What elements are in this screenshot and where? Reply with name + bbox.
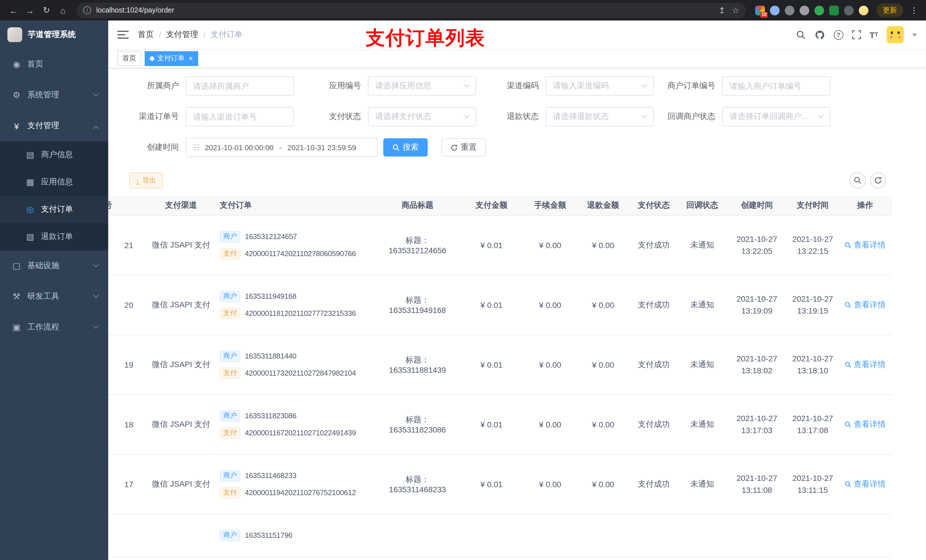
address-bar[interactable]: i localhost:1024/pay/order ↥ ☆ bbox=[76, 3, 746, 18]
fullscreen-icon[interactable] bbox=[852, 30, 861, 39]
search-button[interactable]: 搜索 bbox=[383, 138, 428, 157]
view-detail-link[interactable]: 查看详情 bbox=[844, 419, 885, 429]
extension-icon[interactable] bbox=[814, 5, 824, 15]
breadcrumb: 首页 / 支付管理 / 支付订单 bbox=[138, 30, 243, 40]
cell-channel: 微信 JSAPI 支付 bbox=[147, 275, 215, 335]
cell-title: 标题：1635311468233 bbox=[376, 454, 459, 514]
reload-icon[interactable]: ↻ bbox=[39, 3, 54, 18]
cell-fee-amount: ¥ 0.00 bbox=[524, 335, 576, 394]
help-icon[interactable]: ? bbox=[834, 30, 843, 39]
create-time-range-input[interactable]: ☷ 2021-10-01 00:00:00 - 2021-10-31 23:59… bbox=[186, 138, 378, 157]
cell-pay-status: 支付成功 bbox=[630, 335, 678, 394]
cell-pay-status: 支付成功 bbox=[630, 215, 678, 275]
cell-pay-status: 支付成功 bbox=[630, 454, 678, 514]
app-filter-select[interactable]: 请选择应用信息 bbox=[368, 76, 476, 96]
extension-icon[interactable] bbox=[829, 5, 839, 15]
merchant-filter-input[interactable] bbox=[186, 76, 294, 96]
channel-order-no-filter-input[interactable] bbox=[186, 107, 294, 126]
site-info-icon[interactable]: i bbox=[83, 6, 91, 14]
table-header-row: 编号 支付渠道 支付订单 商品标题 支付金额 手续金额 退款金额 支付状态 回调… bbox=[108, 196, 892, 215]
refresh-table-button[interactable] bbox=[870, 172, 886, 189]
extension-icon[interactable] bbox=[800, 5, 809, 15]
view-detail-link[interactable]: 查看详情 bbox=[844, 300, 885, 310]
cell-actions: 查看详情 bbox=[838, 335, 892, 394]
breadcrumb-payment[interactable]: 支付管理 bbox=[166, 30, 198, 40]
reset-button[interactable]: 重置 bbox=[441, 138, 486, 157]
active-dot-icon bbox=[150, 56, 154, 60]
notify-status-filter-select[interactable]: 请选择订单回调商户状态 bbox=[722, 107, 830, 126]
cell-create-time: 2021-10-2713:22:05 bbox=[727, 215, 787, 275]
sidebar-item-workflow[interactable]: ▣ 工作流程 bbox=[0, 312, 108, 343]
tab-home[interactable]: 首页 bbox=[117, 51, 141, 66]
extension-icon[interactable] bbox=[770, 5, 780, 15]
refund-status-filter-select[interactable]: 请选择退款状态 bbox=[546, 107, 654, 126]
view-detail-link[interactable]: 查看详情 bbox=[844, 479, 885, 489]
cell-pay-amount: ¥ 0.01 bbox=[459, 335, 524, 394]
cell-title: 标题：1635312124656 bbox=[376, 215, 459, 275]
extension-icon[interactable] bbox=[844, 5, 854, 15]
cell-refund-amount: ¥ 0.00 bbox=[576, 275, 630, 335]
cell-order: 商户1635311949168 支付4200001181202110277723… bbox=[215, 275, 376, 335]
yen-icon: ¥ bbox=[10, 121, 23, 131]
github-icon[interactable] bbox=[814, 29, 825, 40]
browser-menu-icon[interactable]: ⋮ bbox=[908, 6, 920, 15]
view-detail-link[interactable]: 查看详情 bbox=[844, 359, 885, 370]
merchant-order-no-filter-input[interactable] bbox=[722, 76, 830, 96]
cell-id: 20 bbox=[108, 275, 147, 335]
update-button[interactable]: 更新 bbox=[876, 3, 903, 17]
pay-order-icon: ◎ bbox=[24, 204, 36, 214]
pay-badge: 支付 bbox=[220, 427, 240, 438]
font-size-icon[interactable]: TT bbox=[869, 30, 878, 39]
cell-actions: 查看详情 bbox=[838, 454, 892, 514]
tab-close-icon[interactable]: × bbox=[189, 54, 193, 62]
extension-icon[interactable]: 10 bbox=[755, 5, 765, 15]
user-menu-caret-icon[interactable] bbox=[912, 33, 917, 36]
sidebar-item-payment[interactable]: ¥ 支付管理 bbox=[0, 110, 108, 141]
filter-form: 所属商户 应用编号 请选择应用信息 渠道编码 请输入渠道编码 商户订单编号 bbox=[108, 68, 926, 157]
cell-pay-time: 2021-10-2713:19:15 bbox=[787, 275, 838, 335]
create-time-filter-label: 创建时间 bbox=[108, 142, 186, 152]
extension-icon[interactable] bbox=[859, 5, 869, 15]
search-icon[interactable] bbox=[796, 30, 805, 39]
payment-submenu: ▤ 商户信息 ▦ 应用信息 ◎ 支付订单 ▧ 退款订单 bbox=[0, 141, 108, 251]
col-pay-amount: 支付金额 bbox=[459, 196, 524, 215]
bookmark-star-icon[interactable]: ☆ bbox=[732, 6, 739, 15]
sidebar-item-merchant-info[interactable]: ▤ 商户信息 bbox=[0, 141, 108, 169]
browser-extensions[interactable]: 10 bbox=[755, 5, 869, 15]
breadcrumb-home[interactable]: 首页 bbox=[138, 30, 154, 40]
cell-actions: 查看详情 bbox=[838, 275, 892, 335]
export-button[interactable]: ↓ 导出 bbox=[129, 172, 163, 189]
share-icon[interactable]: ↥ bbox=[719, 6, 725, 15]
view-detail-link[interactable]: 查看详情 bbox=[844, 240, 885, 250]
extension-icon[interactable] bbox=[785, 5, 794, 15]
home-icon[interactable]: ⌂ bbox=[55, 3, 71, 18]
dashboard-icon: ◉ bbox=[10, 59, 23, 69]
cell-pay-time: 2021-10-2713:17:08 bbox=[787, 394, 838, 454]
cell-id: 19 bbox=[108, 335, 147, 394]
tools-icon: ⚒ bbox=[10, 291, 23, 302]
sidebar-item-refund-order[interactable]: ▧ 退款订单 bbox=[0, 223, 108, 251]
sidebar-item-system[interactable]: ⚙ 系统管理 bbox=[0, 80, 108, 110]
sidebar-item-dev-tools[interactable]: ⚒ 研发工具 bbox=[0, 281, 108, 312]
sidebar-item-infrastructure[interactable]: ▢ 基础设施 bbox=[0, 251, 108, 281]
forward-icon[interactable]: → bbox=[22, 3, 38, 18]
sidebar-item-home[interactable]: ◉ 首页 bbox=[0, 49, 108, 80]
extension-badge: 10 bbox=[760, 12, 768, 17]
merchant-filter-label: 所属商户 bbox=[108, 81, 186, 91]
tab-pay-order[interactable]: 支付订单 × bbox=[145, 51, 198, 66]
sidebar-item-pay-order[interactable]: ◎ 支付订单 bbox=[0, 196, 108, 223]
app-brand[interactable]: 芋道管理系统 bbox=[0, 21, 108, 49]
browser-toolbar: ← → ↻ ⌂ i localhost:1024/pay/order ↥ ☆ 1… bbox=[0, 0, 926, 21]
user-avatar[interactable] bbox=[887, 26, 904, 43]
col-title: 商品标题 bbox=[376, 196, 459, 215]
pay-status-filter-select[interactable]: 请选择支付状态 bbox=[368, 107, 476, 126]
sidebar-item-app-info[interactable]: ▦ 应用信息 bbox=[0, 169, 108, 196]
back-icon[interactable]: ← bbox=[6, 3, 21, 18]
table-row: 17 微信 JSAPI 支付 商户1635311468233 支付4200001… bbox=[108, 454, 892, 514]
channel-code-filter-select[interactable]: 请输入渠道编码 bbox=[546, 76, 654, 96]
hamburger-icon[interactable] bbox=[117, 31, 129, 39]
cell-channel: 微信 JSAPI 支付 bbox=[147, 394, 215, 454]
orders-table-wrap[interactable]: 编号 支付渠道 支付订单 商品标题 支付金额 手续金额 退款金额 支付状态 回调… bbox=[108, 196, 926, 560]
pay-badge: 支付 bbox=[220, 487, 240, 498]
toggle-search-button[interactable] bbox=[850, 172, 865, 189]
